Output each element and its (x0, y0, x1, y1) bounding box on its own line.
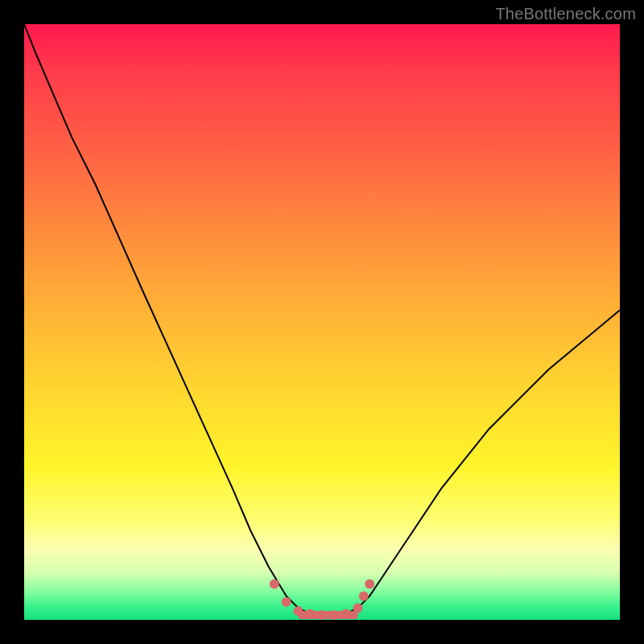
trough-marker (317, 610, 327, 620)
bottleneck-curve (24, 24, 620, 617)
trough-marker (341, 609, 351, 619)
trough-marker (365, 580, 374, 589)
trough-markers (270, 580, 374, 621)
trough-marker (329, 610, 339, 620)
trough-marker (353, 603, 362, 613)
plot-area (24, 24, 620, 620)
trough-marker (293, 606, 303, 616)
curve-svg (24, 24, 620, 620)
watermark-text: TheBottleneck.com (495, 5, 636, 23)
trough-marker (270, 580, 279, 589)
trough-marker (282, 597, 291, 607)
chart-frame: TheBottleneck.com (0, 0, 644, 644)
trough-marker (305, 609, 315, 619)
trough-marker (359, 591, 369, 601)
